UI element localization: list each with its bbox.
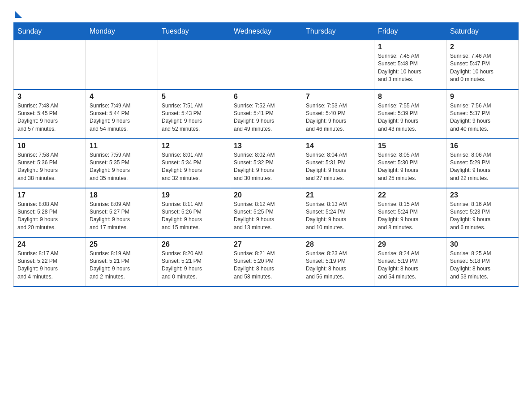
day-info: Sunrise: 8:19 AMSunset: 5:21 PMDaylight:… [90, 250, 154, 281]
day-info: Sunrise: 8:23 AMSunset: 5:19 PMDaylight:… [306, 250, 370, 281]
calendar-cell: 12Sunrise: 8:01 AMSunset: 5:34 PMDayligh… [158, 139, 230, 188]
calendar-cell: 11Sunrise: 7:59 AMSunset: 5:35 PMDayligh… [86, 139, 158, 188]
day-info: Sunrise: 8:12 AMSunset: 5:25 PMDaylight:… [234, 201, 298, 232]
day-info: Sunrise: 7:58 AMSunset: 5:36 PMDaylight:… [17, 151, 82, 183]
calendar-cell: 17Sunrise: 8:08 AMSunset: 5:28 PMDayligh… [14, 188, 86, 237]
calendar-cell: 6Sunrise: 7:52 AMSunset: 5:41 PMDaylight… [230, 90, 302, 139]
day-info: Sunrise: 8:02 AMSunset: 5:32 PMDaylight:… [234, 151, 298, 183]
day-number: 1 [378, 43, 442, 51]
calendar-cell: 22Sunrise: 8:15 AMSunset: 5:24 PMDayligh… [374, 188, 446, 237]
calendar-cell: 16Sunrise: 8:06 AMSunset: 5:29 PMDayligh… [446, 139, 519, 188]
day-number: 14 [306, 142, 370, 150]
calendar-cell: 7Sunrise: 7:53 AMSunset: 5:40 PMDaylight… [302, 90, 374, 139]
calendar-cell: 2Sunrise: 7:46 AMSunset: 5:47 PMDaylight… [446, 40, 519, 90]
day-number: 4 [90, 93, 154, 101]
day-info: Sunrise: 7:59 AMSunset: 5:35 PMDaylight:… [90, 151, 154, 183]
weekday-header-row: SundayMondayTuesdayWednesdayThursdayFrid… [14, 23, 519, 40]
calendar-week-4: 17Sunrise: 8:08 AMSunset: 5:28 PMDayligh… [14, 188, 519, 237]
day-number: 5 [162, 93, 226, 101]
day-info: Sunrise: 8:08 AMSunset: 5:28 PMDaylight:… [17, 201, 82, 232]
calendar-table: SundayMondayTuesdayWednesdayThursdayFrid… [13, 22, 519, 287]
calendar-week-5: 24Sunrise: 8:17 AMSunset: 5:22 PMDayligh… [14, 237, 519, 287]
calendar-cell: 21Sunrise: 8:13 AMSunset: 5:24 PMDayligh… [302, 188, 374, 237]
day-number: 10 [17, 142, 82, 150]
day-number: 23 [450, 191, 515, 199]
day-info: Sunrise: 8:20 AMSunset: 5:21 PMDaylight:… [162, 250, 226, 281]
day-number: 29 [378, 240, 442, 248]
day-number: 6 [234, 93, 298, 101]
calendar-cell: 25Sunrise: 8:19 AMSunset: 5:21 PMDayligh… [86, 237, 158, 287]
weekday-header-sunday: Sunday [14, 23, 86, 40]
day-number: 3 [17, 93, 82, 101]
day-info: Sunrise: 8:16 AMSunset: 5:23 PMDaylight:… [450, 201, 515, 232]
day-number: 24 [17, 240, 82, 248]
calendar-cell: 15Sunrise: 8:05 AMSunset: 5:30 PMDayligh… [374, 139, 446, 188]
day-number: 12 [162, 142, 226, 150]
day-number: 13 [234, 142, 298, 150]
calendar-cell: 20Sunrise: 8:12 AMSunset: 5:25 PMDayligh… [230, 188, 302, 237]
day-info: Sunrise: 8:05 AMSunset: 5:30 PMDaylight:… [378, 151, 442, 183]
calendar-cell: 24Sunrise: 8:17 AMSunset: 5:22 PMDayligh… [14, 237, 86, 287]
calendar-cell: 18Sunrise: 8:09 AMSunset: 5:27 PMDayligh… [86, 188, 158, 237]
day-number: 22 [378, 191, 442, 199]
day-info: Sunrise: 7:53 AMSunset: 5:40 PMDaylight:… [306, 102, 370, 133]
calendar-cell: 10Sunrise: 7:58 AMSunset: 5:36 PMDayligh… [14, 139, 86, 188]
day-info: Sunrise: 8:17 AMSunset: 5:22 PMDaylight:… [17, 250, 82, 281]
day-number: 2 [450, 43, 515, 51]
day-number: 16 [450, 142, 515, 150]
calendar-cell: 30Sunrise: 8:25 AMSunset: 5:18 PMDayligh… [446, 237, 519, 287]
day-number: 9 [450, 93, 515, 101]
day-info: Sunrise: 8:11 AMSunset: 5:26 PMDaylight:… [162, 201, 226, 232]
day-number: 8 [378, 93, 442, 101]
day-number: 26 [162, 240, 226, 248]
calendar-cell: 3Sunrise: 7:48 AMSunset: 5:45 PMDaylight… [14, 90, 86, 139]
day-number: 17 [17, 191, 82, 199]
day-info: Sunrise: 7:52 AMSunset: 5:41 PMDaylight:… [234, 102, 298, 133]
day-number: 15 [378, 142, 442, 150]
calendar-cell [302, 40, 374, 90]
day-info: Sunrise: 8:04 AMSunset: 5:31 PMDaylight:… [306, 151, 370, 183]
day-info: Sunrise: 8:25 AMSunset: 5:18 PMDaylight:… [450, 250, 515, 281]
calendar-cell [158, 40, 230, 90]
calendar-cell: 29Sunrise: 8:24 AMSunset: 5:19 PMDayligh… [374, 237, 446, 287]
calendar-cell: 1Sunrise: 7:45 AMSunset: 5:48 PMDaylight… [374, 40, 446, 90]
day-number: 18 [90, 191, 154, 199]
day-info: Sunrise: 8:24 AMSunset: 5:19 PMDaylight:… [378, 250, 442, 281]
calendar-cell [14, 40, 86, 90]
weekday-header-friday: Friday [374, 23, 446, 40]
day-info: Sunrise: 8:13 AMSunset: 5:24 PMDaylight:… [306, 201, 370, 232]
weekday-header-wednesday: Wednesday [230, 23, 302, 40]
calendar-week-3: 10Sunrise: 7:58 AMSunset: 5:36 PMDayligh… [14, 139, 519, 188]
page-header [13, 9, 519, 18]
day-info: Sunrise: 7:56 AMSunset: 5:37 PMDaylight:… [450, 102, 515, 133]
calendar-cell: 8Sunrise: 7:55 AMSunset: 5:39 PMDaylight… [374, 90, 446, 139]
day-number: 20 [234, 191, 298, 199]
day-info: Sunrise: 8:21 AMSunset: 5:20 PMDaylight:… [234, 250, 298, 281]
calendar-cell: 28Sunrise: 8:23 AMSunset: 5:19 PMDayligh… [302, 237, 374, 287]
calendar-cell: 13Sunrise: 8:02 AMSunset: 5:32 PMDayligh… [230, 139, 302, 188]
day-info: Sunrise: 8:06 AMSunset: 5:29 PMDaylight:… [450, 151, 515, 183]
weekday-header-tuesday: Tuesday [158, 23, 230, 40]
day-info: Sunrise: 7:48 AMSunset: 5:45 PMDaylight:… [17, 102, 82, 133]
calendar-cell: 4Sunrise: 7:49 AMSunset: 5:44 PMDaylight… [86, 90, 158, 139]
calendar-cell [86, 40, 158, 90]
day-info: Sunrise: 7:55 AMSunset: 5:39 PMDaylight:… [378, 102, 442, 133]
calendar-cell: 9Sunrise: 7:56 AMSunset: 5:37 PMDaylight… [446, 90, 519, 139]
calendar-cell: 26Sunrise: 8:20 AMSunset: 5:21 PMDayligh… [158, 237, 230, 287]
day-info: Sunrise: 7:49 AMSunset: 5:44 PMDaylight:… [90, 102, 154, 133]
calendar-cell: 27Sunrise: 8:21 AMSunset: 5:20 PMDayligh… [230, 237, 302, 287]
day-number: 25 [90, 240, 154, 248]
day-info: Sunrise: 7:45 AMSunset: 5:48 PMDaylight:… [378, 52, 442, 84]
calendar-cell: 5Sunrise: 7:51 AMSunset: 5:43 PMDaylight… [158, 90, 230, 139]
calendar-cell: 23Sunrise: 8:16 AMSunset: 5:23 PMDayligh… [446, 188, 519, 237]
weekday-header-thursday: Thursday [302, 23, 374, 40]
day-number: 30 [450, 240, 515, 248]
day-info: Sunrise: 8:15 AMSunset: 5:24 PMDaylight:… [378, 201, 442, 232]
weekday-header-monday: Monday [86, 23, 158, 40]
day-info: Sunrise: 8:09 AMSunset: 5:27 PMDaylight:… [90, 201, 154, 232]
day-number: 27 [234, 240, 298, 248]
day-info: Sunrise: 7:46 AMSunset: 5:47 PMDaylight:… [450, 52, 515, 84]
day-number: 11 [90, 142, 154, 150]
calendar-cell: 14Sunrise: 8:04 AMSunset: 5:31 PMDayligh… [302, 139, 374, 188]
day-info: Sunrise: 7:51 AMSunset: 5:43 PMDaylight:… [162, 102, 226, 133]
